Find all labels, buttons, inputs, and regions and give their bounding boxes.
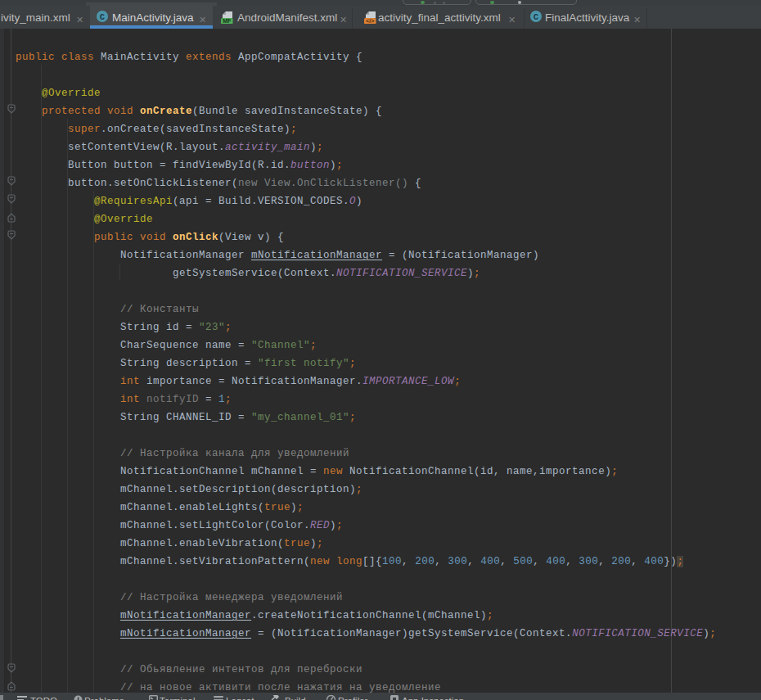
svg-text:C: C: [534, 12, 539, 22]
svg-text:</>: </>: [366, 18, 374, 24]
svg-text:C: C: [100, 12, 106, 22]
svg-text:MF: MF: [223, 18, 232, 24]
